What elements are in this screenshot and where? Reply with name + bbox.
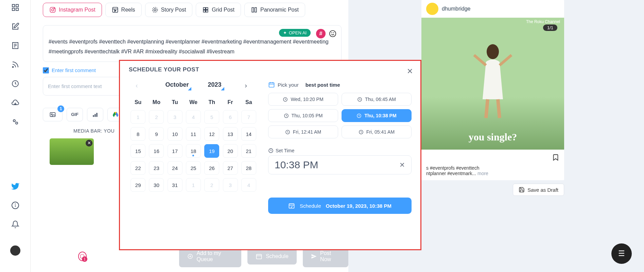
day-cell[interactable]: 18 [186,144,201,158]
day-cell[interactable]: 31 [168,178,182,192]
day-cell[interactable]: 21 [241,144,256,158]
time-option[interactable]: Wed, 10:20 PM [268,93,338,106]
emoji-icon[interactable] [329,30,336,37]
day-cell[interactable]: 3 [223,178,238,192]
schedule-right: Pick your best post time Wed, 10:20 PMTh… [268,81,412,214]
info-icon[interactable] [11,201,20,210]
tab-instagram-post[interactable]: Instagram Post [43,3,102,17]
day-cell[interactable]: 15 [130,144,145,158]
download-icon[interactable] [11,98,20,107]
day-cell[interactable]: 12 [204,127,219,141]
image-button[interactable]: 1 [43,108,63,121]
pick-time-label: Pick your best post time [268,81,412,88]
day-cell[interactable]: 2 [149,110,164,124]
day-cell[interactable]: 20 [223,144,238,158]
day-cell[interactable]: 14 [241,127,256,141]
day-cell[interactable]: 23 [149,161,164,175]
day-cell[interactable]: 16 [149,144,164,158]
more-link[interactable]: more [477,171,488,176]
gif-button[interactable]: GIF [67,108,83,121]
day-cell[interactable]: 30 [149,178,164,192]
settings-icon[interactable] [11,117,20,126]
save-draft-button[interactable]: Save as Draft [513,184,564,196]
svg-rect-32 [50,113,55,117]
time-option[interactable]: Thu, 10:38 PM [342,109,412,122]
day-cell[interactable]: 29 [130,178,145,192]
hashtag-button[interactable]: # [316,29,326,38]
chart-button[interactable] [87,108,103,121]
first-comment-label: Enter first comment [52,67,96,73]
tab-story[interactable]: Story Post [145,3,193,17]
clear-time-icon[interactable]: ✕ [399,161,405,169]
day-cell[interactable]: 19 [204,144,219,158]
confirm-schedule-button[interactable]: Schedule October 19, 2023, 10:38 PM [268,198,412,214]
first-comment-checkbox[interactable] [43,67,49,73]
remove-thumb-icon[interactable]: ✕ [86,140,92,147]
year-select[interactable]: 2023 [206,81,223,90]
day-cell[interactable]: 1 [130,110,145,124]
bookmark-icon[interactable] [552,154,559,161]
day-cell[interactable]: 22 [130,161,145,175]
openai-badge[interactable]: ✦OPEN AI [279,29,311,37]
day-cell[interactable]: 11 [186,127,201,141]
time-options: Wed, 10:20 PMThu, 06:45 AMThu, 10:05 PMT… [268,93,412,138]
day-cell[interactable]: 13 [223,127,238,141]
day-cell[interactable]: 6 [223,110,238,124]
schedule-button[interactable]: Schedule [247,248,297,265]
preview-caption: s #eventprofs #eventtech ntplanner #even… [421,165,564,180]
day-cell[interactable]: 3 [168,110,182,124]
day-cell[interactable]: 7 [241,110,256,124]
day-cell[interactable]: 17 [168,144,182,158]
day-cell[interactable]: 4 [241,178,256,192]
close-icon[interactable]: ✕ [407,67,413,76]
day-cell[interactable]: 26 [204,161,219,175]
svg-point-11 [16,122,18,124]
time-value: 10:38 PM [275,159,399,171]
post-text-area[interactable]: ✦OPEN AI # #events #eventprofs #eventtec… [43,25,342,62]
day-cell[interactable]: 8 [130,127,145,141]
day-cell[interactable]: 1 [186,178,201,192]
next-month-icon[interactable]: › [243,80,248,91]
day-cell[interactable]: 5 [204,110,219,124]
svg-rect-28 [255,7,257,12]
compose-icon[interactable] [11,22,20,31]
media-thumb[interactable]: ✕ [50,138,94,165]
time-option[interactable]: Fri, 12:41 AM [268,125,338,138]
dow-cell: Su [129,99,147,105]
svg-line-47 [474,55,486,65]
preview-header: dhumbridge [421,0,564,18]
tab-grid[interactable]: Grid Post [196,3,241,17]
twitter-icon[interactable] [11,182,20,191]
day-cell[interactable]: 10 [168,127,182,141]
bell-icon[interactable] [11,220,20,229]
preview-channel: The Roku Channel [526,19,560,24]
time-option[interactable]: Thu, 10:05 PM [268,109,338,122]
svg-rect-2 [12,8,15,11]
day-cell[interactable]: 27 [223,161,238,175]
preview-card: dhumbridge The Roku Channel 1/1 you sing… [421,0,564,180]
time-option[interactable]: Thu, 06:45 AM [342,93,412,106]
history-icon[interactable] [11,79,20,88]
fab-menu[interactable]: ☰ [611,243,632,264]
prev-month-icon[interactable]: ‹ [134,80,139,91]
tab-reels[interactable]: Reels [105,3,142,17]
tab-panoramic[interactable]: Panoramic Post [244,3,305,17]
article-icon[interactable] [11,41,20,50]
rss-icon[interactable] [11,60,20,69]
user-avatar[interactable] [10,245,20,256]
dashboard-icon[interactable] [11,3,20,12]
days-grid: 1234567891011121314151617181920212223242… [129,110,258,192]
month-select[interactable]: October [163,81,191,90]
time-option[interactable]: Fri, 05:41 AM [342,125,412,138]
day-cell[interactable]: 28 [241,161,256,175]
account-badge[interactable]: 1 [78,252,87,261]
day-cell[interactable]: 4 [186,110,201,124]
day-cell[interactable]: 24 [168,161,182,175]
svg-rect-36 [96,113,97,117]
day-cell[interactable]: 25 [186,161,201,175]
preview-overlay-text: you single? [469,131,517,143]
day-cell[interactable]: 9 [149,127,164,141]
time-input[interactable]: 10:38 PM ✕ [268,155,412,174]
day-cell[interactable]: 2 [204,178,219,192]
svg-rect-3 [16,8,18,11]
